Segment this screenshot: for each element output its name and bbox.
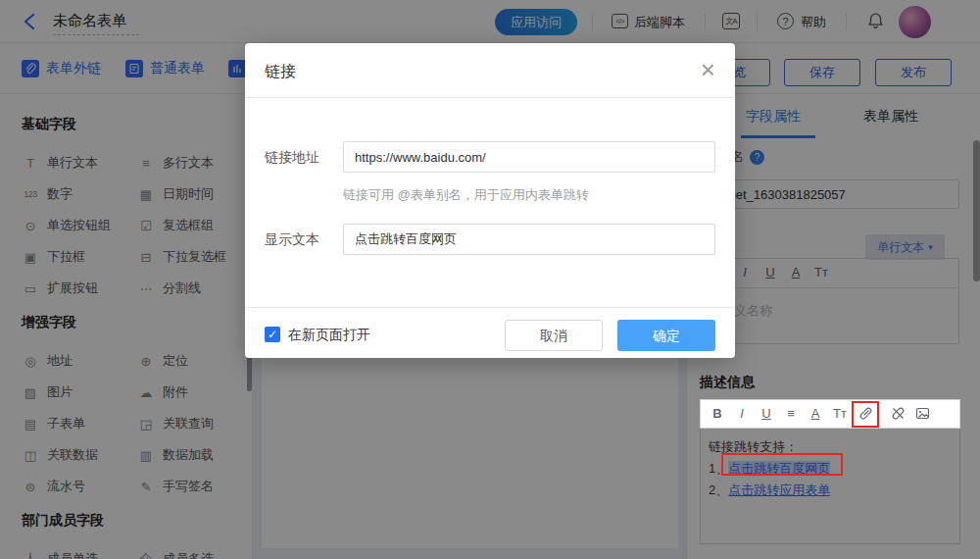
link-dialog: 链接 × 链接地址 链接可用 @表单别名，用于应用内表单跳转 显示文本 ✓ 在新… — [245, 43, 735, 358]
close-icon[interactable]: × — [701, 56, 715, 83]
display-text-input[interactable] — [343, 224, 715, 255]
font-size-icon[interactable]: Tт — [831, 406, 849, 421]
dialog-title: 链接 — [265, 62, 296, 82]
form-builder-app: 未命名表单 应用访问 </> 后端脚本 文A ? 帮助 表单外链 — [0, 0, 980, 559]
link-dialog-header: 链接 × — [245, 43, 735, 98]
italic-icon[interactable]: I — [733, 406, 751, 421]
insert-link-icon[interactable] — [858, 405, 875, 422]
remove-link-icon[interactable] — [890, 405, 907, 422]
insert-image-icon[interactable] — [914, 405, 932, 422]
open-new-page-label: 在新页面打开 — [288, 327, 370, 344]
url-label: 链接地址 — [265, 149, 319, 167]
url-hint: 链接可用 @表单别名，用于应用内表单跳转 — [343, 186, 589, 204]
align-icon[interactable]: ≡ — [782, 406, 800, 421]
cancel-button[interactable]: 取消 — [505, 320, 603, 351]
url-input[interactable] — [343, 141, 715, 173]
link-dialog-footer: ✓ 在新页面打开 取消 确定 — [245, 307, 735, 358]
bold-icon[interactable]: B — [709, 406, 726, 421]
underline-icon[interactable]: U — [758, 406, 775, 421]
confirm-button[interactable]: 确定 — [617, 320, 715, 351]
font-color-icon[interactable]: A — [807, 406, 824, 421]
display-text-label: 显示文本 — [265, 231, 319, 249]
description-toolbar: B I U ≡ A Tт — [700, 399, 960, 429]
open-new-page-checkbox[interactable]: ✓ — [265, 327, 280, 342]
